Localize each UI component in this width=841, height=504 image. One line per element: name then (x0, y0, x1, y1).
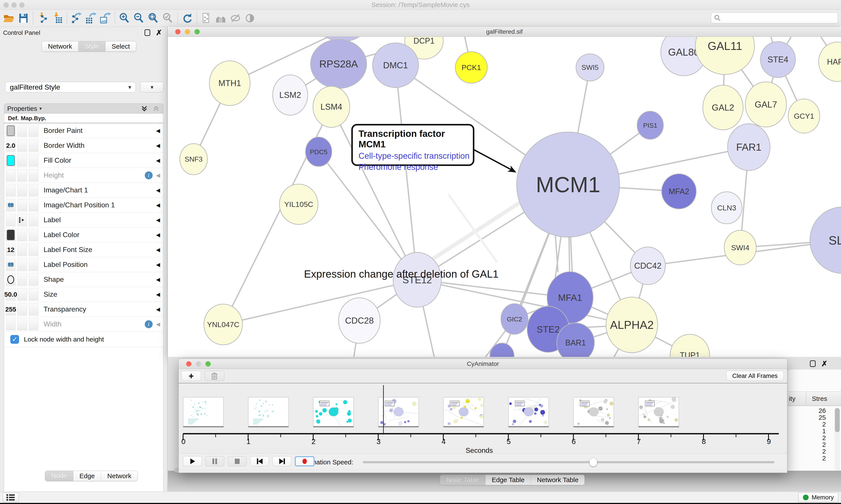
bypass-cell[interactable] (29, 229, 38, 241)
export-table-button[interactable] (84, 12, 98, 25)
mapping-cell[interactable] (17, 273, 27, 286)
zoom-selected-button[interactable] (161, 12, 175, 25)
collapse-row-icon[interactable]: ◀ (156, 262, 160, 268)
checkbox-checked-icon[interactable]: ✓ (10, 335, 19, 344)
default-cell[interactable] (6, 318, 16, 330)
bypass-cell[interactable] (29, 184, 38, 196)
table-tab-edge-table[interactable]: Edge Table (486, 475, 531, 485)
network-node-ste4[interactable]: STE4 (761, 41, 795, 77)
network-node-far1[interactable]: FAR1 (728, 124, 770, 170)
collapse-row-icon[interactable]: ◀ (156, 276, 160, 283)
stop-button[interactable] (228, 456, 247, 466)
animation-speed-slider[interactable] (363, 461, 774, 463)
style-options-button[interactable]: ▾ (140, 82, 164, 92)
default-cell[interactable] (6, 169, 16, 181)
task-history-button[interactable] (3, 493, 19, 502)
export-image-button[interactable] (98, 12, 112, 25)
property-row-label-position[interactable]: Label Position◀ (4, 257, 163, 272)
float-panel-icon[interactable] (145, 29, 150, 36)
frame-2[interactable] (248, 397, 289, 426)
default-cell[interactable] (6, 199, 16, 211)
bypass-cell[interactable] (29, 318, 38, 330)
lock-node-size-row[interactable]: ✓ Lock node width and height (4, 332, 163, 347)
show-details-button[interactable] (243, 12, 257, 25)
mapping-cell[interactable] (17, 140, 27, 152)
minimize-window-icon[interactable] (12, 2, 17, 8)
close-table-panel-icon[interactable]: ✗ (821, 360, 828, 367)
network-node-swi5[interactable]: SWI5 (576, 54, 604, 81)
tab-select[interactable]: Select (106, 41, 136, 51)
property-row-border-paint[interactable]: Border Paint◀ (4, 123, 163, 138)
collapse-row-icon[interactable]: ◀ (156, 128, 160, 134)
info-icon[interactable]: i (145, 320, 153, 328)
network-node-ynl047c[interactable]: YNL047C (204, 304, 243, 345)
network-node-tup1[interactable]: TUP1 (670, 334, 710, 357)
table-column-stress[interactable]: Stres (806, 392, 827, 405)
collapse-row-icon[interactable]: ◀ (156, 306, 160, 312)
slider-knob[interactable] (589, 457, 597, 467)
search-box[interactable] (711, 13, 838, 23)
collapse-row-icon[interactable]: ◀ (156, 187, 160, 193)
table-tab-network-table[interactable]: Network Table (531, 475, 585, 485)
network-node-cln3[interactable]: CLN3 (711, 192, 742, 224)
property-row-size[interactable]: 50.0Size◀ (4, 287, 163, 302)
table-cell-stress[interactable]: 26 (788, 407, 826, 414)
zoom-out-button[interactable] (132, 12, 146, 25)
network-node-lsm4[interactable]: LSM4 (313, 86, 350, 127)
property-row-image-chart-1[interactable]: Image/Chart 1◀ (4, 183, 163, 198)
mapping-cell[interactable] (17, 199, 27, 211)
search-input[interactable] (721, 15, 831, 21)
mapping-cell[interactable] (17, 214, 27, 226)
network-node-mth1[interactable]: MTH1 (209, 61, 250, 106)
network-node-pis1[interactable]: PIS1 (637, 111, 663, 139)
memory-button[interactable]: Memory (798, 492, 838, 502)
table-cell-stress[interactable]: 1 (788, 428, 826, 434)
default-cell[interactable]: 12 (6, 244, 16, 256)
default-cell[interactable]: 50.0 (6, 288, 16, 301)
table-column-centrality[interactable]: ity (789, 395, 795, 402)
collapse-row-icon[interactable]: ◀ (156, 143, 160, 149)
mapping-cell[interactable] (17, 125, 27, 137)
table-cell-stress[interactable]: 25 (788, 414, 826, 421)
network-window-titlebar[interactable]: galFiltered.sif (168, 27, 841, 37)
bypass-cell[interactable] (29, 214, 38, 226)
network-node-gal7[interactable]: GAL7 (745, 82, 786, 127)
chevron-down-icon[interactable]: ▾ (39, 106, 42, 111)
close-icon[interactable] (186, 361, 192, 366)
property-row-width[interactable]: Widthi◀ (4, 317, 163, 332)
network-node-mcm1[interactable]: MCM1 (517, 132, 620, 237)
network-node-alpha2[interactable]: ALPHA2 (606, 297, 658, 353)
frame-6[interactable] (508, 397, 549, 426)
collapse-row-icon[interactable]: ◀ (156, 202, 160, 208)
tab-style[interactable]: Style (78, 41, 106, 51)
zoom-fit-button[interactable] (146, 12, 161, 25)
frame-5[interactable] (443, 397, 484, 426)
mapping-cell[interactable] (17, 154, 27, 167)
network-node-rps28a[interactable]: RPS28A (310, 39, 366, 88)
network-node-purpbottom[interactable] (490, 343, 514, 357)
default-cell[interactable] (6, 184, 16, 196)
collapse-row-icon[interactable]: ◀ (156, 291, 160, 298)
close-icon[interactable] (175, 29, 180, 34)
clear-all-frames-button[interactable]: Clear All Frames (726, 371, 784, 381)
network-node-gal11[interactable]: GAL11 (695, 37, 754, 74)
refresh-button[interactable] (180, 12, 195, 25)
minimize-icon[interactable] (185, 29, 190, 34)
default-cell[interactable]: 255 (6, 303, 16, 316)
property-row-shape[interactable]: Shape◀ (4, 272, 163, 287)
float-table-panel-icon[interactable] (810, 360, 816, 367)
bypass-cell[interactable] (29, 199, 38, 211)
network-node-snf3[interactable]: SNF3 (180, 144, 208, 175)
import-network-button[interactable] (35, 12, 50, 25)
frame-8[interactable] (639, 397, 679, 426)
table-cell-stress[interactable]: 2 (788, 448, 826, 455)
bypass-cell[interactable] (29, 244, 38, 256)
record-button[interactable] (295, 456, 315, 466)
cyanimator-titlebar[interactable]: CyAnimator (179, 359, 787, 369)
mapping-cell[interactable] (17, 318, 27, 330)
default-cell[interactable] (6, 125, 16, 137)
panel-tab-network[interactable]: Network (101, 471, 138, 481)
network-node-hap2[interactable]: HAP2 (819, 42, 841, 82)
close-window-icon[interactable] (3, 2, 9, 8)
collapse-row-icon[interactable]: ◀ (156, 158, 160, 164)
